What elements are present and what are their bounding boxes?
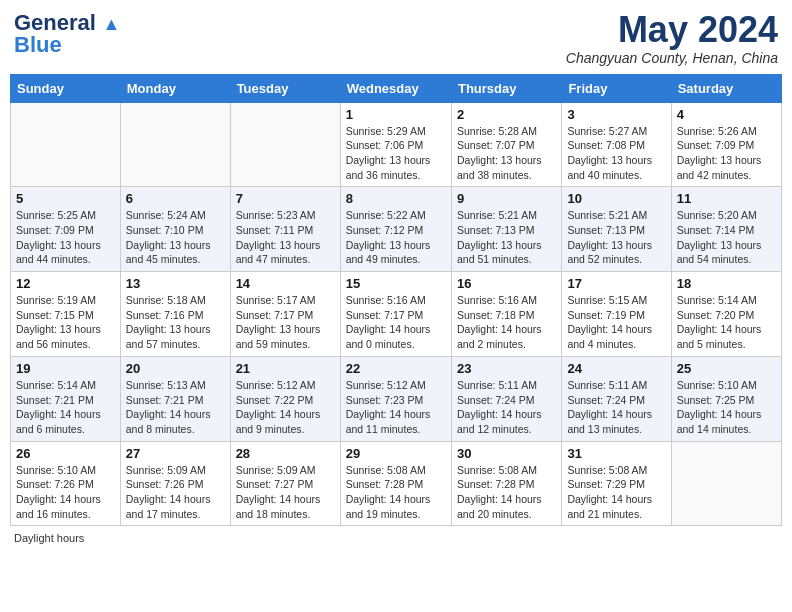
table-row: 2Sunrise: 5:28 AM Sunset: 7:07 PM Daylig… <box>451 102 561 187</box>
header-thursday: Thursday <box>451 74 561 102</box>
day-number: 20 <box>126 361 225 376</box>
day-number: 29 <box>346 446 446 461</box>
day-info: Sunrise: 5:22 AM Sunset: 7:12 PM Dayligh… <box>346 208 446 267</box>
day-number: 23 <box>457 361 556 376</box>
day-number: 27 <box>126 446 225 461</box>
logo: General ▲ Blue <box>14 10 120 58</box>
calendar-week-row: 1Sunrise: 5:29 AM Sunset: 7:06 PM Daylig… <box>11 102 782 187</box>
day-info: Sunrise: 5:10 AM Sunset: 7:26 PM Dayligh… <box>16 463 115 522</box>
table-row: 5Sunrise: 5:25 AM Sunset: 7:09 PM Daylig… <box>11 187 121 272</box>
table-row: 4Sunrise: 5:26 AM Sunset: 7:09 PM Daylig… <box>671 102 781 187</box>
header-sunday: Sunday <box>11 74 121 102</box>
table-row: 26Sunrise: 5:10 AM Sunset: 7:26 PM Dayli… <box>11 441 121 526</box>
day-info: Sunrise: 5:11 AM Sunset: 7:24 PM Dayligh… <box>457 378 556 437</box>
day-info: Sunrise: 5:28 AM Sunset: 7:07 PM Dayligh… <box>457 124 556 183</box>
day-number: 13 <box>126 276 225 291</box>
day-info: Sunrise: 5:15 AM Sunset: 7:19 PM Dayligh… <box>567 293 665 352</box>
day-info: Sunrise: 5:18 AM Sunset: 7:16 PM Dayligh… <box>126 293 225 352</box>
day-number: 10 <box>567 191 665 206</box>
day-info: Sunrise: 5:27 AM Sunset: 7:08 PM Dayligh… <box>567 124 665 183</box>
day-info: Sunrise: 5:21 AM Sunset: 7:13 PM Dayligh… <box>457 208 556 267</box>
day-info: Sunrise: 5:23 AM Sunset: 7:11 PM Dayligh… <box>236 208 335 267</box>
day-info: Sunrise: 5:19 AM Sunset: 7:15 PM Dayligh… <box>16 293 115 352</box>
day-number: 18 <box>677 276 776 291</box>
day-info: Sunrise: 5:29 AM Sunset: 7:06 PM Dayligh… <box>346 124 446 183</box>
subtitle: Changyuan County, Henan, China <box>566 50 778 66</box>
day-info: Sunrise: 5:08 AM Sunset: 7:29 PM Dayligh… <box>567 463 665 522</box>
table-row: 6Sunrise: 5:24 AM Sunset: 7:10 PM Daylig… <box>120 187 230 272</box>
day-info: Sunrise: 5:16 AM Sunset: 7:18 PM Dayligh… <box>457 293 556 352</box>
table-row: 31Sunrise: 5:08 AM Sunset: 7:29 PM Dayli… <box>562 441 671 526</box>
day-number: 5 <box>16 191 115 206</box>
day-info: Sunrise: 5:11 AM Sunset: 7:24 PM Dayligh… <box>567 378 665 437</box>
day-info: Sunrise: 5:13 AM Sunset: 7:21 PM Dayligh… <box>126 378 225 437</box>
calendar-week-row: 5Sunrise: 5:25 AM Sunset: 7:09 PM Daylig… <box>11 187 782 272</box>
logo-blue: Blue <box>14 32 62 58</box>
day-number: 7 <box>236 191 335 206</box>
day-info: Sunrise: 5:09 AM Sunset: 7:26 PM Dayligh… <box>126 463 225 522</box>
table-row: 8Sunrise: 5:22 AM Sunset: 7:12 PM Daylig… <box>340 187 451 272</box>
month-title: May 2024 <box>566 10 778 50</box>
table-row: 24Sunrise: 5:11 AM Sunset: 7:24 PM Dayli… <box>562 356 671 441</box>
day-number: 22 <box>346 361 446 376</box>
table-row: 16Sunrise: 5:16 AM Sunset: 7:18 PM Dayli… <box>451 272 561 357</box>
table-row: 14Sunrise: 5:17 AM Sunset: 7:17 PM Dayli… <box>230 272 340 357</box>
table-row: 17Sunrise: 5:15 AM Sunset: 7:19 PM Dayli… <box>562 272 671 357</box>
header-tuesday: Tuesday <box>230 74 340 102</box>
day-number: 28 <box>236 446 335 461</box>
day-number: 26 <box>16 446 115 461</box>
day-number: 11 <box>677 191 776 206</box>
day-info: Sunrise: 5:14 AM Sunset: 7:21 PM Dayligh… <box>16 378 115 437</box>
day-number: 8 <box>346 191 446 206</box>
header-wednesday: Wednesday <box>340 74 451 102</box>
table-row <box>230 102 340 187</box>
table-row: 15Sunrise: 5:16 AM Sunset: 7:17 PM Dayli… <box>340 272 451 357</box>
day-number: 25 <box>677 361 776 376</box>
day-info: Sunrise: 5:24 AM Sunset: 7:10 PM Dayligh… <box>126 208 225 267</box>
calendar-week-row: 19Sunrise: 5:14 AM Sunset: 7:21 PM Dayli… <box>11 356 782 441</box>
day-info: Sunrise: 5:08 AM Sunset: 7:28 PM Dayligh… <box>346 463 446 522</box>
table-row: 10Sunrise: 5:21 AM Sunset: 7:13 PM Dayli… <box>562 187 671 272</box>
table-row: 19Sunrise: 5:14 AM Sunset: 7:21 PM Dayli… <box>11 356 121 441</box>
day-number: 2 <box>457 107 556 122</box>
footer: Daylight hours <box>10 532 782 544</box>
table-row: 25Sunrise: 5:10 AM Sunset: 7:25 PM Dayli… <box>671 356 781 441</box>
day-info: Sunrise: 5:26 AM Sunset: 7:09 PM Dayligh… <box>677 124 776 183</box>
day-number: 30 <box>457 446 556 461</box>
table-row: 28Sunrise: 5:09 AM Sunset: 7:27 PM Dayli… <box>230 441 340 526</box>
day-number: 21 <box>236 361 335 376</box>
table-row: 18Sunrise: 5:14 AM Sunset: 7:20 PM Dayli… <box>671 272 781 357</box>
title-block: May 2024 Changyuan County, Henan, China <box>566 10 778 66</box>
table-row: 1Sunrise: 5:29 AM Sunset: 7:06 PM Daylig… <box>340 102 451 187</box>
day-number: 14 <box>236 276 335 291</box>
table-row: 9Sunrise: 5:21 AM Sunset: 7:13 PM Daylig… <box>451 187 561 272</box>
day-info: Sunrise: 5:17 AM Sunset: 7:17 PM Dayligh… <box>236 293 335 352</box>
day-number: 16 <box>457 276 556 291</box>
header-monday: Monday <box>120 74 230 102</box>
table-row <box>671 441 781 526</box>
calendar-week-row: 12Sunrise: 5:19 AM Sunset: 7:15 PM Dayli… <box>11 272 782 357</box>
day-number: 19 <box>16 361 115 376</box>
day-info: Sunrise: 5:25 AM Sunset: 7:09 PM Dayligh… <box>16 208 115 267</box>
day-number: 31 <box>567 446 665 461</box>
table-row: 29Sunrise: 5:08 AM Sunset: 7:28 PM Dayli… <box>340 441 451 526</box>
page-header: General ▲ Blue May 2024 Changyuan County… <box>10 10 782 66</box>
day-info: Sunrise: 5:16 AM Sunset: 7:17 PM Dayligh… <box>346 293 446 352</box>
table-row: 21Sunrise: 5:12 AM Sunset: 7:22 PM Dayli… <box>230 356 340 441</box>
table-row: 3Sunrise: 5:27 AM Sunset: 7:08 PM Daylig… <box>562 102 671 187</box>
day-info: Sunrise: 5:09 AM Sunset: 7:27 PM Dayligh… <box>236 463 335 522</box>
day-number: 17 <box>567 276 665 291</box>
table-row: 13Sunrise: 5:18 AM Sunset: 7:16 PM Dayli… <box>120 272 230 357</box>
day-info: Sunrise: 5:10 AM Sunset: 7:25 PM Dayligh… <box>677 378 776 437</box>
table-row: 30Sunrise: 5:08 AM Sunset: 7:28 PM Dayli… <box>451 441 561 526</box>
day-number: 24 <box>567 361 665 376</box>
table-row: 23Sunrise: 5:11 AM Sunset: 7:24 PM Dayli… <box>451 356 561 441</box>
day-info: Sunrise: 5:12 AM Sunset: 7:22 PM Dayligh… <box>236 378 335 437</box>
day-number: 15 <box>346 276 446 291</box>
day-number: 4 <box>677 107 776 122</box>
day-info: Sunrise: 5:20 AM Sunset: 7:14 PM Dayligh… <box>677 208 776 267</box>
day-number: 3 <box>567 107 665 122</box>
day-number: 12 <box>16 276 115 291</box>
day-info: Sunrise: 5:08 AM Sunset: 7:28 PM Dayligh… <box>457 463 556 522</box>
table-row: 27Sunrise: 5:09 AM Sunset: 7:26 PM Dayli… <box>120 441 230 526</box>
